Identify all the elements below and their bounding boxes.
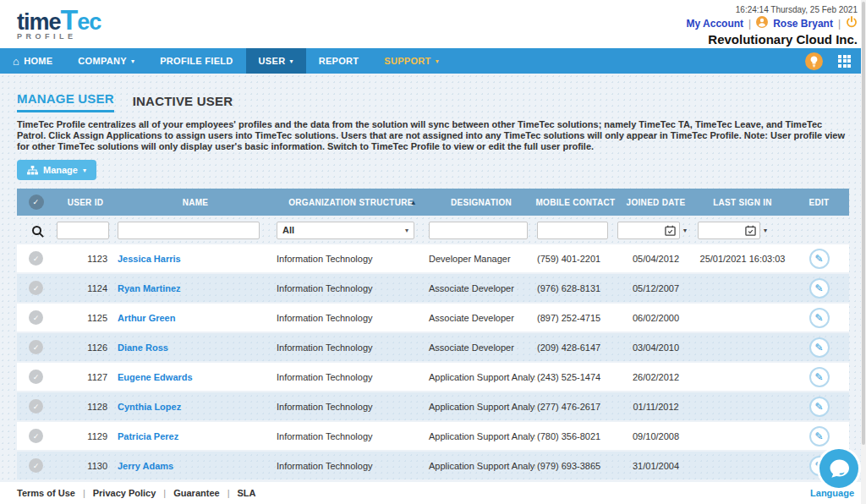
col-designation[interactable]: DESIGNATION — [427, 198, 535, 207]
chat-bubble-button[interactable] — [819, 449, 858, 488]
user-name-link[interactable]: Arthur Green — [118, 313, 175, 323]
filter-user-id-input[interactable] — [57, 222, 109, 239]
nav-item-profile-field[interactable]: PROFILE FIELD — [147, 48, 245, 74]
table-row: ✓1124Ryan MartinezInformation Technology… — [17, 274, 849, 302]
filter-designation-input[interactable] — [429, 222, 528, 239]
top-header: timeTec PROFILE 16:24:14 Thursday, 25 Fe… — [0, 0, 866, 48]
user-name-link[interactable]: Patricia Perez — [118, 431, 178, 441]
user-name-link[interactable]: Diane Ross — [118, 342, 168, 353]
main-nav: ⌂HOME COMPANY▾ PROFILE FIELD USER▾ REPOR… — [0, 48, 866, 74]
nav-item-report[interactable]: REPORT — [306, 48, 372, 74]
separator: | — [838, 18, 841, 30]
user-name-link[interactable]: Eugene Edwards — [118, 372, 193, 382]
row-checkbox[interactable]: ✓ — [29, 399, 43, 414]
cell-name: Jessica Harris — [116, 254, 275, 264]
logout-power-icon[interactable] — [846, 16, 858, 30]
tab-inactive-user[interactable]: INACTIVE USER — [133, 94, 233, 112]
edit-button[interactable]: ✎ — [809, 337, 830, 358]
sla-link[interactable]: SLA — [237, 488, 255, 498]
cell-user-id: 1130 — [55, 461, 116, 471]
row-checkbox[interactable]: ✓ — [29, 310, 43, 325]
caret-down-icon[interactable]: ▾ — [764, 227, 767, 234]
pencil-icon: ✎ — [814, 313, 823, 323]
col-user-id[interactable]: USER ID — [55, 198, 116, 207]
row-checkbox[interactable]: ✓ — [29, 281, 43, 295]
row-checkbox[interactable]: ✓ — [29, 370, 43, 384]
manage-button[interactable]: Manage ▾ — [17, 160, 96, 180]
col-mobile-contact[interactable]: MOBILE CONTACT — [535, 198, 616, 207]
last-sign-in-date-picker[interactable] — [698, 222, 760, 239]
row-checkbox-cell: ✓ — [17, 340, 55, 354]
search-cell — [17, 226, 55, 235]
caret-down-icon: ▾ — [436, 58, 439, 65]
caret-down-icon[interactable]: ▾ — [683, 227, 687, 234]
cell-last-sign-in: 25/01/2021 16:03:03 — [696, 254, 789, 264]
nav-right-icons — [805, 48, 866, 74]
cell-organization: Information Technology — [275, 372, 427, 382]
organization-select[interactable]: All ▾ — [277, 222, 414, 239]
tips-bulb-icon[interactable] — [805, 52, 823, 70]
col-organization[interactable]: ORGANIZATION STRUCTURE▲ — [275, 198, 427, 207]
edit-button[interactable]: ✎ — [809, 397, 830, 417]
filter-row: All ▾ ▾ ▾ — [17, 216, 849, 244]
cell-organization: Information Technology — [275, 283, 427, 293]
col-last-sign-in[interactable]: LAST SIGN IN — [696, 198, 789, 207]
guarantee-link[interactable]: Guarantee — [173, 488, 219, 498]
nav-label: SUPPORT — [384, 56, 430, 66]
chat-bubble-icon — [819, 449, 858, 488]
cell-name: Arthur Green — [116, 313, 275, 323]
nav-item-support[interactable]: SUPPORT▾ — [371, 48, 452, 74]
filter-mobile-input[interactable] — [537, 222, 608, 239]
footer: Terms of Use | Privacy Policy | Guarante… — [0, 482, 866, 504]
filter-name-cell — [116, 222, 275, 239]
cell-mobile-contact: (759) 401-2201 — [535, 254, 616, 264]
col-joined-date[interactable]: JOINED DATE — [616, 198, 696, 207]
filter-name-input[interactable] — [118, 222, 260, 239]
vertical-scrollbar[interactable] — [861, 0, 866, 504]
user-name-link[interactable]: Jerry Adams — [118, 461, 173, 471]
pencil-icon: ✎ — [814, 372, 823, 382]
row-checkbox[interactable]: ✓ — [29, 340, 43, 354]
col-edit: EDIT — [789, 198, 849, 207]
cell-joined-date: 09/10/2008 — [616, 431, 696, 441]
scrollbar-thumb[interactable] — [862, 2, 865, 445]
separator: | — [83, 488, 85, 498]
row-checkbox[interactable]: ✓ — [29, 458, 43, 473]
sort-asc-icon[interactable]: ▲ — [410, 199, 417, 206]
apps-grid-icon[interactable] — [838, 55, 851, 68]
timetec-logo[interactable]: timeTec PROFILE — [17, 3, 101, 48]
nav-item-user[interactable]: USER▾ — [246, 48, 306, 74]
cell-mobile-contact: (277) 476-2617 — [535, 402, 616, 412]
pencil-icon: ✎ — [814, 342, 823, 353]
pencil-icon: ✎ — [814, 402, 823, 412]
joined-date-picker[interactable] — [617, 222, 680, 239]
logo-text-time: time — [17, 9, 61, 35]
row-checkbox[interactable]: ✓ — [29, 251, 43, 266]
edit-button[interactable]: ✎ — [809, 367, 830, 387]
user-name-link[interactable]: Ryan Martinez — [118, 283, 181, 293]
edit-button[interactable]: ✎ — [809, 249, 830, 269]
cell-joined-date: 26/02/2012 — [616, 372, 696, 382]
caret-down-icon: ▾ — [83, 167, 86, 174]
edit-button[interactable]: ✎ — [809, 426, 830, 446]
my-account-link[interactable]: My Account — [687, 18, 744, 30]
col-name[interactable]: NAME — [116, 198, 275, 207]
cell-name: Eugene Edwards — [116, 372, 275, 382]
user-name-link[interactable]: Cynthia Lopez — [118, 402, 181, 412]
user-name-link[interactable]: Rose Bryant — [773, 18, 833, 30]
row-checkbox[interactable]: ✓ — [29, 429, 43, 443]
language-link[interactable]: Language — [810, 488, 854, 498]
edit-button[interactable]: ✎ — [809, 308, 830, 328]
cell-designation: Associate Developer — [427, 283, 535, 293]
nav-item-home[interactable]: ⌂HOME — [0, 48, 65, 74]
edit-button[interactable]: ✎ — [809, 278, 830, 299]
cell-designation: Application Support Analyst — [427, 402, 535, 412]
cell-organization: Information Technology — [275, 342, 427, 353]
user-name-link[interactable]: Jessica Harris — [118, 254, 181, 264]
nav-item-company[interactable]: COMPANY▾ — [65, 48, 147, 74]
logo-wordmark: timeTec — [17, 7, 101, 35]
tab-manage-user[interactable]: MANAGE USER — [17, 91, 114, 112]
privacy-policy-link[interactable]: Privacy Policy — [93, 488, 156, 498]
select-all-checkbox[interactable]: ✓ — [29, 194, 44, 210]
terms-of-use-link[interactable]: Terms of Use — [17, 488, 75, 498]
